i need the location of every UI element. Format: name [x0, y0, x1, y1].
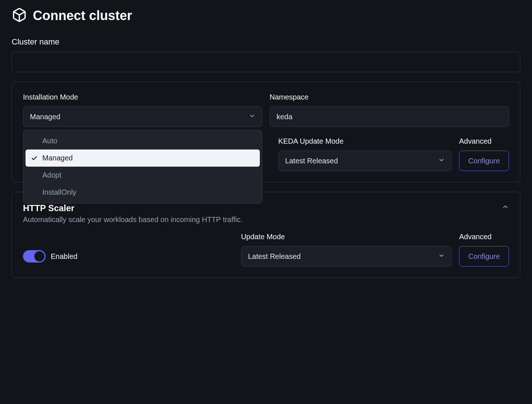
- http-scaler-panel: HTTP Scaler Automatically scale your wor…: [12, 192, 520, 278]
- keda-update-mode-value: Latest Released: [285, 157, 338, 165]
- option-label: Auto: [42, 137, 57, 145]
- page-title: Connect cluster: [33, 8, 132, 23]
- toggle-knob: [34, 251, 45, 261]
- http-scaler-title: HTTP Scaler: [23, 203, 243, 213]
- chevron-down-icon: [438, 252, 445, 261]
- page-header: Connect cluster: [12, 7, 520, 24]
- http-advanced-label: Advanced: [459, 233, 509, 241]
- cluster-name-input[interactable]: [12, 52, 520, 72]
- installation-panel: Installation Mode Managed Auto: [12, 82, 520, 182]
- option-label: Managed: [42, 154, 73, 162]
- namespace-label: Namespace: [270, 93, 509, 101]
- installation-mode-field: Installation Mode Managed Auto: [23, 93, 262, 127]
- chevron-down-icon: [249, 113, 255, 121]
- option-label: Adopt: [42, 171, 61, 179]
- cluster-name-field: Cluster name: [12, 37, 520, 72]
- keda-configure-button[interactable]: Configure: [459, 151, 509, 171]
- http-advanced-field: Advanced Configure: [459, 233, 509, 267]
- installation-mode-option-managed[interactable]: Managed: [26, 149, 260, 167]
- keda-update-mode-field: KEDA Update Mode Latest Released: [278, 137, 452, 171]
- http-scaler-enabled-field: Enabled: [23, 246, 234, 267]
- check-icon: [31, 155, 38, 162]
- http-update-mode-select[interactable]: Latest Released: [241, 246, 452, 267]
- installation-mode-option-adopt[interactable]: Adopt: [26, 167, 260, 184]
- http-scaler-description: Automatically scale your workloads based…: [23, 215, 243, 224]
- installation-mode-option-installonly[interactable]: InstallOnly: [26, 184, 260, 201]
- keda-advanced-field: Advanced Configure: [459, 137, 509, 171]
- installation-mode-dropdown: Auto Managed Adopt InstallOnly: [23, 130, 262, 203]
- installation-mode-label: Installation Mode: [23, 93, 262, 101]
- cube-icon: [12, 7, 27, 24]
- http-update-mode-value: Latest Released: [248, 252, 301, 261]
- option-label: InstallOnly: [42, 188, 76, 197]
- http-scaler-toggle[interactable]: [23, 250, 46, 263]
- http-update-mode-label: Update Mode: [241, 233, 452, 241]
- check-icon-placeholder: [31, 172, 38, 179]
- keda-update-mode-label: KEDA Update Mode: [278, 137, 452, 145]
- namespace-input[interactable]: [270, 106, 509, 127]
- installation-mode-value: Managed: [30, 113, 60, 121]
- installation-mode-select[interactable]: Managed: [23, 106, 262, 127]
- http-update-mode-field: Update Mode Latest Released: [241, 233, 452, 267]
- check-icon-placeholder: [31, 189, 38, 196]
- keda-update-mode-select[interactable]: Latest Released: [278, 151, 452, 171]
- chevron-up-icon[interactable]: [502, 203, 509, 212]
- chevron-down-icon: [438, 157, 445, 165]
- namespace-field: Namespace: [270, 93, 509, 127]
- http-scaler-enabled-label: Enabled: [51, 252, 77, 261]
- http-scaler-heading: HTTP Scaler Automatically scale your wor…: [23, 203, 243, 224]
- http-configure-button[interactable]: Configure: [459, 246, 509, 267]
- check-icon-placeholder: [31, 137, 38, 145]
- cluster-name-label: Cluster name: [12, 37, 520, 47]
- keda-advanced-label: Advanced: [459, 137, 509, 145]
- installation-mode-option-auto[interactable]: Auto: [26, 132, 260, 149]
